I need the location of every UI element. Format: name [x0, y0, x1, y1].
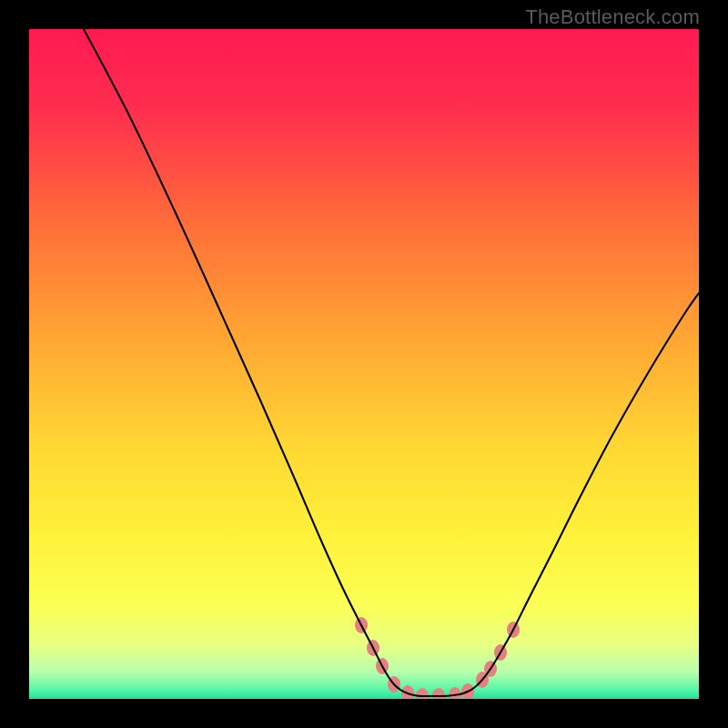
chart-svg [29, 29, 699, 699]
plot-area [29, 29, 699, 699]
marker-dot [449, 687, 461, 699]
watermark-text: TheBottleneck.com [525, 5, 700, 29]
markers-group [355, 617, 520, 699]
bottleneck-curve [84, 29, 699, 696]
marker-dot [416, 688, 429, 699]
outer-frame: TheBottleneck.com [0, 0, 728, 728]
marker-dot [432, 688, 445, 699]
